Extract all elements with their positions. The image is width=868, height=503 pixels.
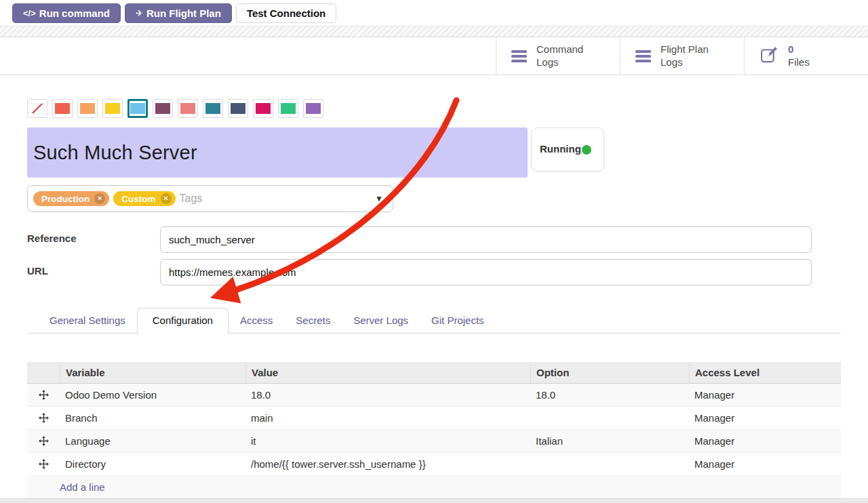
- handle-column-header: [27, 362, 60, 383]
- cell-value[interactable]: main: [245, 407, 530, 429]
- test-connection-button[interactable]: Test Connection: [236, 3, 336, 23]
- color-fill: [281, 103, 296, 114]
- list-icon: [635, 50, 651, 62]
- color-fill: [155, 103, 170, 114]
- page-title: Such Much Server: [33, 142, 197, 164]
- tab-server-logs[interactable]: Server Logs: [342, 308, 420, 333]
- cell-option[interactable]: 18.0: [530, 384, 689, 406]
- flight-plan-logs-label-line2: Logs: [660, 56, 683, 68]
- table-row[interactable]: BranchmainManager: [27, 407, 841, 430]
- cell-variable[interactable]: Branch: [60, 407, 245, 429]
- record-title-field[interactable]: Such Much Server: [27, 127, 528, 178]
- table-header-row: Variable Value Option Access Level: [27, 362, 841, 384]
- tab-general-settings[interactable]: General Settings: [38, 308, 137, 333]
- tag-label: Custom: [121, 194, 155, 204]
- cell-option[interactable]: [530, 453, 689, 475]
- running-status-dot: [582, 145, 591, 155]
- reference-input[interactable]: [160, 226, 812, 253]
- notebook-tabs: General SettingsConfigurationAccessSecre…: [27, 308, 841, 334]
- field-row-url: URL: [27, 259, 841, 285]
- column-header-value: Value: [245, 362, 530, 383]
- cell-variable[interactable]: Language: [60, 430, 245, 452]
- add-a-line-link[interactable]: Add a line: [60, 481, 245, 493]
- url-label: URL: [27, 259, 160, 277]
- cell-option[interactable]: Italian: [530, 430, 689, 452]
- remove-tag-icon[interactable]: ✕: [94, 193, 105, 204]
- cell-access-level[interactable]: Manager: [689, 384, 841, 406]
- tag-label: Production: [41, 194, 90, 204]
- files-label: Files: [788, 56, 810, 68]
- color-fill: [55, 103, 70, 114]
- color-swatch-salmon[interactable]: [178, 99, 198, 118]
- cell-access-level[interactable]: Manager: [689, 407, 841, 429]
- drag-handle-icon[interactable]: [27, 384, 60, 406]
- url-input[interactable]: [160, 259, 812, 285]
- color-swatch-teal[interactable]: [203, 99, 223, 118]
- table-row[interactable]: LanguageitItalianManager: [27, 430, 841, 453]
- cell-value[interactable]: /home/{{ tower.server.ssh_username }}: [245, 453, 530, 475]
- chevron-down-icon[interactable]: ▼: [375, 194, 383, 203]
- files-count: 0: [788, 43, 793, 55]
- column-header-access-level: Access Level: [689, 362, 841, 383]
- tag-custom[interactable]: Custom✕: [113, 191, 175, 206]
- status-label: Running: [540, 143, 575, 156]
- color-swatch-orange[interactable]: [77, 99, 98, 118]
- status-card: Running: [531, 127, 604, 172]
- cell-access-level[interactable]: Manager: [689, 430, 841, 452]
- cell-value[interactable]: 18.0: [245, 384, 530, 406]
- progress-stripe-bar: [0, 26, 868, 37]
- stat-button-bar: Command Logs Flight Plan Logs 0 Files: [0, 37, 868, 75]
- no-color-icon: [30, 103, 45, 114]
- run-flight-plan-label: Run Flight Plan: [146, 7, 221, 19]
- tags-input[interactable]: Production✕Custom✕ Tags ▼: [27, 185, 393, 212]
- color-fill: [306, 103, 321, 114]
- drag-handle-icon[interactable]: [27, 407, 60, 429]
- cell-value[interactable]: it: [245, 430, 530, 452]
- color-fill: [231, 103, 245, 114]
- command-logs-label-line1: Command: [536, 43, 583, 55]
- page-bottom-edge: [0, 498, 868, 503]
- command-logs-button[interactable]: Command Logs: [496, 37, 620, 75]
- run-command-button[interactable]: </>Run command: [12, 3, 121, 23]
- cell-option[interactable]: [530, 407, 689, 429]
- color-swatch-dark-blue[interactable]: [228, 99, 248, 118]
- cell-variable[interactable]: Directory: [60, 453, 245, 475]
- tag-list: Production✕Custom✕: [33, 191, 176, 206]
- color-swatch-light-blue[interactable]: [127, 99, 148, 118]
- cell-variable[interactable]: Odoo Demo Version: [60, 384, 245, 406]
- table-row[interactable]: Directory/home/{{ tower.server.ssh_usern…: [27, 453, 841, 476]
- color-swatch-raspberry[interactable]: [253, 99, 273, 118]
- command-logs-label-line2: Logs: [536, 56, 559, 68]
- color-palette: [27, 99, 841, 118]
- list-icon: [511, 50, 527, 62]
- flight-plan-logs-button[interactable]: Flight Plan Logs: [620, 37, 744, 75]
- tag-production[interactable]: Production✕: [33, 191, 109, 206]
- files-button[interactable]: 0 Files: [744, 37, 868, 75]
- color-swatch-none[interactable]: [27, 99, 47, 118]
- field-list: ReferenceURL: [27, 226, 841, 285]
- color-fill: [130, 103, 145, 114]
- table-row[interactable]: Odoo Demo Version18.018.0Manager: [27, 384, 841, 407]
- color-swatch-red[interactable]: [52, 99, 73, 118]
- color-fill: [205, 103, 220, 114]
- run-command-label: Run command: [39, 7, 110, 19]
- drag-handle-icon[interactable]: [27, 430, 60, 452]
- run-flight-plan-button[interactable]: ✈Run Flight Plan: [125, 3, 232, 23]
- tab-git-projects[interactable]: Git Projects: [420, 308, 496, 333]
- remove-tag-icon[interactable]: ✕: [161, 193, 172, 204]
- tab-access[interactable]: Access: [229, 308, 284, 333]
- tab-configuration[interactable]: Configuration: [137, 308, 229, 334]
- column-header-option: Option: [530, 362, 689, 383]
- color-swatch-dark-purple[interactable]: [153, 99, 173, 118]
- drag-handle-icon[interactable]: [27, 453, 60, 475]
- add-line-row: Add a line: [27, 476, 841, 499]
- color-swatch-yellow[interactable]: [102, 99, 123, 118]
- tab-secrets[interactable]: Secrets: [284, 308, 342, 333]
- color-fill: [80, 103, 95, 114]
- color-swatch-purple[interactable]: [303, 99, 323, 118]
- cell-access-level[interactable]: Manager: [689, 453, 841, 475]
- top-toolbar: </>Run command ✈Run Flight Plan Test Con…: [0, 0, 868, 26]
- color-fill: [180, 103, 195, 114]
- color-swatch-green[interactable]: [278, 99, 298, 118]
- field-row-reference: Reference: [27, 226, 841, 253]
